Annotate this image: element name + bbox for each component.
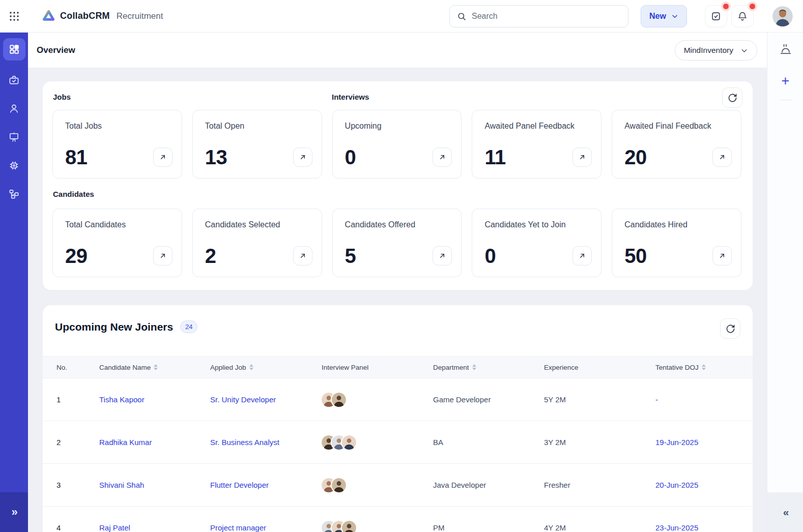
user-avatar[interactable] bbox=[772, 6, 793, 26]
stats-row-top: Total Jobs 81 Total Open 13 Upcoming 0 bbox=[52, 110, 741, 179]
stat-card-total-jobs: Total Jobs 81 bbox=[52, 110, 182, 179]
department-cell: Game Developer bbox=[433, 395, 544, 404]
applied-job-link[interactable]: Project manager bbox=[210, 523, 322, 532]
new-button-label: New bbox=[649, 12, 666, 21]
open-arrow-button[interactable] bbox=[572, 147, 592, 167]
stat-label: Total Candidates bbox=[65, 220, 169, 229]
open-arrow-button[interactable] bbox=[433, 147, 452, 167]
briefcase-check-icon bbox=[8, 74, 20, 86]
brand[interactable]: CollabCRM Recruitment bbox=[42, 9, 163, 23]
department-cell: Java Developer bbox=[433, 481, 544, 489]
collabcrm-logo-icon bbox=[42, 9, 55, 23]
notifications-dot bbox=[750, 4, 755, 9]
open-arrow-button[interactable] bbox=[433, 246, 452, 265]
upcoming-joiners-panel: Upcoming New Joiners 24 No. Candidate Na… bbox=[43, 305, 753, 532]
stat-label: Candidates Yet to Join bbox=[484, 220, 589, 229]
page-header: Overview MindInventory bbox=[28, 33, 767, 68]
sort-toggle[interactable] bbox=[702, 364, 706, 370]
stat-value: 50 bbox=[624, 245, 647, 268]
stats-refresh-button[interactable] bbox=[722, 87, 742, 108]
open-arrow-button[interactable] bbox=[712, 246, 732, 265]
applied-job-link[interactable]: Sr. Unity Developer bbox=[210, 395, 322, 404]
col-tentative-doj: Tentative DOJ bbox=[655, 364, 753, 371]
service-bell-icon bbox=[779, 43, 792, 56]
col-applied-job: Applied Job bbox=[210, 364, 322, 371]
sidebar-item-skills[interactable] bbox=[5, 156, 23, 174]
stat-label: Candidates Selected bbox=[205, 220, 309, 229]
tentative-doj-cell: 20-Jun-2025 bbox=[655, 481, 753, 489]
search-icon bbox=[457, 12, 467, 21]
candidate-name-link[interactable]: Shivani Shah bbox=[99, 481, 210, 489]
open-arrow-button[interactable] bbox=[572, 246, 592, 265]
interview-panel-avatars[interactable] bbox=[322, 393, 433, 407]
chip-icon bbox=[8, 160, 20, 171]
table-row: 4 Raj Patel Project manager PM 4Y 2M 23-… bbox=[43, 507, 753, 532]
sidebar-item-interviews[interactable] bbox=[5, 128, 23, 146]
sidebar-item-org-structure[interactable] bbox=[5, 185, 23, 203]
notifications-button[interactable] bbox=[731, 5, 754, 27]
refresh-icon bbox=[726, 324, 735, 334]
org-selector[interactable]: MindInventory bbox=[675, 40, 757, 61]
stat-label: Total Open bbox=[205, 122, 309, 131]
col-department: Department bbox=[433, 364, 544, 371]
panelist-avatar bbox=[332, 393, 346, 407]
joiners-refresh-button[interactable] bbox=[720, 318, 740, 339]
stat-value: 0 bbox=[345, 146, 356, 169]
sitemap-icon bbox=[8, 188, 20, 200]
search-box[interactable] bbox=[449, 5, 628, 27]
candidate-name-link[interactable]: Tisha Kapoor bbox=[99, 395, 210, 404]
stat-label: Candidates Hired bbox=[624, 220, 729, 229]
app-launcher-icon[interactable] bbox=[7, 9, 21, 23]
stat-card-upcoming-interviews: Upcoming 0 bbox=[332, 110, 462, 179]
candidate-name-link[interactable]: Raj Patel bbox=[99, 523, 210, 532]
tasks-notification-dot bbox=[723, 4, 729, 9]
sort-toggle[interactable] bbox=[154, 364, 158, 370]
panelist-avatar bbox=[342, 521, 356, 532]
sidebar-item-jobs[interactable] bbox=[5, 71, 23, 89]
stat-value: 29 bbox=[65, 245, 88, 268]
open-arrow-button[interactable] bbox=[293, 147, 312, 167]
stat-value: 20 bbox=[624, 146, 647, 169]
experience-cell: Fresher bbox=[544, 481, 655, 489]
sort-toggle[interactable] bbox=[472, 364, 476, 370]
open-arrow-button[interactable] bbox=[712, 147, 732, 167]
rail-collapse-button[interactable]: « bbox=[767, 492, 803, 532]
rail-add-button[interactable]: + bbox=[767, 75, 803, 87]
interview-panel-avatars[interactable] bbox=[322, 435, 433, 450]
joiners-count-badge: 24 bbox=[180, 320, 197, 333]
tentative-doj-cell: 23-Jun-2025 bbox=[655, 523, 753, 532]
stat-label: Total Jobs bbox=[65, 122, 169, 131]
panelist-avatar bbox=[342, 435, 356, 450]
applied-job-link[interactable]: Sr. Business Analyst bbox=[210, 438, 322, 447]
sidebar-expand-button[interactable]: » bbox=[0, 492, 28, 532]
tasks-button[interactable] bbox=[705, 5, 727, 27]
sort-toggle[interactable] bbox=[249, 364, 253, 370]
table-row: 1 Tisha Kapoor Sr. Unity Developer Game … bbox=[43, 378, 753, 421]
whats-new-button[interactable] bbox=[767, 43, 803, 56]
open-arrow-button[interactable] bbox=[153, 246, 173, 265]
sidebar-item-dashboard[interactable] bbox=[3, 38, 25, 61]
open-arrow-button[interactable] bbox=[293, 246, 312, 265]
stat-value: 2 bbox=[205, 245, 216, 268]
arrow-up-right-icon bbox=[718, 252, 726, 260]
open-arrow-button[interactable] bbox=[153, 147, 173, 167]
stat-value: 81 bbox=[65, 146, 88, 169]
stat-label: Upcoming bbox=[345, 122, 449, 131]
page-title: Overview bbox=[37, 45, 75, 55]
stat-card-total-candidates: Total Candidates 29 bbox=[52, 209, 182, 277]
search-input[interactable] bbox=[472, 12, 621, 21]
stat-card-awaited-final-feedback: Awaited Final Feedback 20 bbox=[612, 110, 741, 179]
candidate-name-link[interactable]: Radhika Kumar bbox=[99, 438, 210, 447]
interview-panel-avatars[interactable] bbox=[322, 521, 433, 532]
interview-panel-avatars[interactable] bbox=[322, 478, 433, 492]
plus-icon: + bbox=[782, 75, 790, 87]
applied-job-link[interactable]: Flutter Developer bbox=[210, 481, 322, 489]
chevron-down-icon bbox=[740, 47, 748, 54]
new-button[interactable]: New bbox=[641, 5, 687, 27]
left-sidebar: » bbox=[0, 33, 28, 532]
col-interview-panel: Interview Panel bbox=[322, 364, 433, 371]
stat-card-candidates-hired: Candidates Hired 50 bbox=[612, 209, 741, 277]
sidebar-item-candidates[interactable] bbox=[5, 99, 23, 117]
rail-divider bbox=[779, 100, 792, 100]
row-number: 1 bbox=[56, 395, 99, 404]
